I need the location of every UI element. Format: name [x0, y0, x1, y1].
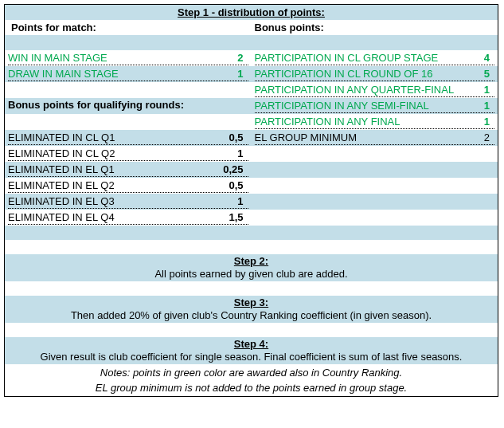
- bonus-label: PARTICIPATION IN ANY SEMI-FINAL: [255, 100, 459, 112]
- step4-block: Step 4: Given result is club coefficient…: [5, 337, 498, 364]
- match-value: 2: [212, 52, 248, 64]
- qual-value: 0,5: [212, 179, 248, 191]
- qual-label: ELIMINATED IN EL Q4: [8, 211, 212, 223]
- bonus-value: 5: [458, 68, 494, 80]
- spacer-row: [5, 226, 498, 240]
- qual-value: 1: [212, 195, 248, 207]
- match-label: DRAW IN MAIN STAGE: [8, 68, 212, 80]
- step4-title: Step 4:: [5, 338, 498, 350]
- data-row: DRAW IN MAIN STAGE 1 PARTICIPATION IN CL…: [5, 66, 498, 82]
- match-label: WIN IN MAIN STAGE: [8, 52, 212, 64]
- step3-block: Step 3: Then added 20% of given club's C…: [5, 296, 498, 323]
- step2-block: Step 2: All points earned by given club …: [5, 254, 498, 281]
- qual-value: 0,25: [212, 163, 248, 175]
- data-row: PARTICIPATION IN ANY FINAL 1: [5, 114, 498, 130]
- spacer-row: [5, 240, 498, 254]
- qual-value: 0,5: [212, 132, 248, 143]
- notes-line1: Notes: points in green color are awarded…: [8, 365, 494, 380]
- notes-line2: EL group minimum is not added to the poi…: [8, 380, 494, 395]
- coefficient-rules-box: Step 1 - distribution of points: Points …: [4, 4, 498, 397]
- qual-value: 1: [212, 147, 248, 159]
- qual-label: ELIMINATED IN CL Q2: [8, 147, 212, 159]
- bonus-label: PARTICIPATION IN CL ROUND OF 16: [255, 68, 459, 80]
- bonus-value: 2: [458, 132, 494, 143]
- spacer-row: [5, 323, 498, 337]
- bonus-qualifying-heading: Bonus points for qualifying rounds:: [5, 98, 252, 114]
- qual-value: 1,5: [212, 211, 248, 223]
- qual-label: ELIMINATED IN EL Q1: [8, 163, 212, 175]
- bonus-points-heading: Bonus points:: [252, 21, 495, 34]
- data-row: Bonus points for qualifying rounds: PART…: [5, 98, 498, 114]
- data-row: ELIMINATED IN CL Q1 0,5 EL GROUP MINIMUM…: [5, 130, 498, 146]
- step2-title: Step 2:: [5, 255, 498, 267]
- bonus-label: EL GROUP MINIMUM: [255, 132, 459, 143]
- qual-label: ELIMINATED IN CL Q1: [8, 132, 212, 143]
- bonus-value: 1: [458, 116, 494, 128]
- points-for-match-heading: Points for match:: [8, 21, 252, 34]
- bonus-value: 4: [458, 52, 494, 64]
- spacer-row: [5, 281, 498, 296]
- headings-row: Points for match: Bonus points:: [5, 20, 498, 35]
- step3-text: Then added 20% of given club's Country R…: [5, 308, 498, 322]
- bonus-value: 1: [458, 100, 494, 112]
- step1-title: Step 1 - distribution of points:: [5, 5, 498, 20]
- data-row: ELIMINATED IN EL Q4 1,5: [5, 210, 498, 226]
- data-row: ELIMINATED IN EL Q3 1: [5, 194, 498, 210]
- step4-text: Given result is club coefficient for sin…: [5, 350, 498, 363]
- step2-text: All points earned by given club are adde…: [5, 267, 498, 281]
- notes-block: Notes: points in green color are awarded…: [5, 364, 498, 396]
- data-row: WIN IN MAIN STAGE 2 PARTICIPATION IN CL …: [5, 50, 498, 66]
- qual-label: ELIMINATED IN EL Q3: [8, 195, 212, 207]
- blank-row-1: [5, 35, 498, 50]
- data-row: ELIMINATED IN EL Q1 0,25: [5, 162, 498, 178]
- bonus-value: 1: [458, 84, 494, 96]
- data-row: ELIMINATED IN CL Q2 1: [5, 146, 498, 162]
- data-row: ELIMINATED IN EL Q2 0,5: [5, 178, 498, 194]
- bonus-label: PARTICIPATION IN ANY QUARTER-FINAL: [255, 84, 459, 96]
- qual-label: ELIMINATED IN EL Q2: [8, 179, 212, 191]
- data-row: PARTICIPATION IN ANY QUARTER-FINAL 1: [5, 82, 498, 98]
- bonus-label: PARTICIPATION IN CL GROUP STAGE: [255, 52, 459, 64]
- step3-title: Step 3:: [5, 296, 498, 308]
- bonus-label: PARTICIPATION IN ANY FINAL: [255, 116, 459, 128]
- match-value: 1: [212, 68, 248, 80]
